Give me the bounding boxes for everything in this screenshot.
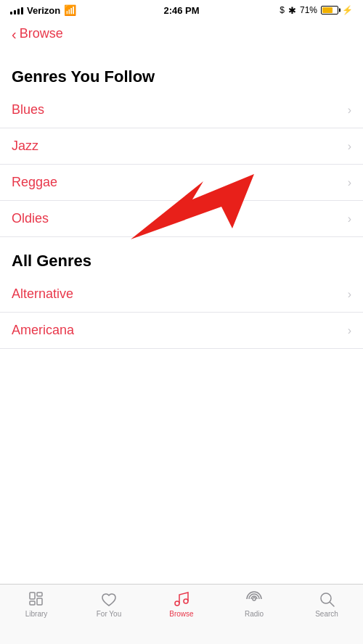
chevron-right-icon: › bbox=[348, 324, 351, 337]
all-genres-header: All Genres bbox=[0, 237, 363, 276]
svg-rect-3 bbox=[37, 593, 42, 596]
genres-you-follow-header: Genres You Follow bbox=[0, 50, 363, 92]
carrier-label: Verizon bbox=[27, 5, 60, 16]
tab-for-you[interactable]: For You bbox=[73, 590, 145, 618]
tab-search[interactable]: Search bbox=[290, 590, 363, 618]
tab-library-label: Library bbox=[25, 610, 48, 618]
for-you-icon bbox=[100, 590, 118, 608]
chevron-right-icon: › bbox=[348, 212, 351, 226]
list-item[interactable]: Reggae › bbox=[0, 165, 363, 201]
svg-point-7 bbox=[184, 599, 188, 603]
status-right: $ ✱ 71% ⚡ bbox=[280, 5, 353, 16]
genres-you-follow-list: Blues › Jazz › Reggae › Oldies › bbox=[0, 92, 363, 237]
all-genres-list: Alternative › Americana › bbox=[0, 276, 363, 349]
genre-label: Oldies bbox=[12, 211, 49, 226]
tab-library[interactable]: Library bbox=[0, 590, 73, 618]
genre-label: Reggae bbox=[12, 175, 57, 190]
svg-point-9 bbox=[321, 593, 331, 603]
svg-line-10 bbox=[330, 603, 335, 607]
signal-icon bbox=[10, 6, 23, 15]
bluetooth-icon: ✱ bbox=[288, 5, 296, 16]
svg-rect-5 bbox=[37, 598, 42, 605]
genre-label: Americana bbox=[12, 323, 74, 338]
chevron-right-icon: › bbox=[348, 176, 351, 189]
back-button[interactable]: ‹ Browse bbox=[12, 26, 351, 41]
svg-point-8 bbox=[253, 598, 256, 600]
list-item[interactable]: Americana › bbox=[0, 313, 363, 349]
battery-icon bbox=[321, 6, 338, 15]
genre-label: Alternative bbox=[12, 286, 73, 302]
tab-radio[interactable]: Radio bbox=[218, 590, 290, 618]
status-left: Verizon 📶 bbox=[10, 4, 76, 16]
battery-percent: 71% bbox=[300, 5, 317, 15]
charging-icon: ⚡ bbox=[342, 5, 353, 15]
tab-browse[interactable]: Browse bbox=[145, 590, 218, 618]
genre-label: Jazz bbox=[12, 139, 38, 154]
tab-browse-label: Browse bbox=[169, 610, 193, 618]
status-time: 2:46 PM bbox=[163, 5, 199, 16]
tab-for-you-label: For You bbox=[97, 610, 121, 618]
browse-icon bbox=[173, 590, 190, 608]
search-icon bbox=[318, 590, 335, 608]
library-icon bbox=[28, 590, 45, 608]
chevron-right-icon: › bbox=[348, 140, 351, 153]
genre-label: Blues bbox=[12, 102, 44, 117]
location-icon: $ bbox=[280, 5, 285, 15]
svg-point-6 bbox=[175, 601, 179, 606]
chevron-right-icon: › bbox=[348, 104, 351, 117]
chevron-right-icon: › bbox=[348, 288, 351, 301]
back-chevron-icon: ‹ bbox=[12, 27, 17, 41]
list-item[interactable]: Alternative › bbox=[0, 276, 363, 313]
svg-rect-2 bbox=[30, 593, 35, 599]
back-label: Browse bbox=[20, 26, 63, 41]
status-bar: Verizon 📶 2:46 PM $ ✱ 71% ⚡ bbox=[0, 0, 363, 20]
svg-rect-4 bbox=[30, 601, 35, 605]
list-item[interactable]: Blues › bbox=[0, 92, 363, 128]
radio-icon bbox=[245, 590, 263, 608]
tab-radio-label: Radio bbox=[245, 610, 264, 618]
tab-search-label: Search bbox=[315, 610, 338, 618]
tab-bar: Library For You Browse Radio Searc bbox=[0, 584, 363, 644]
list-item[interactable]: Oldies › bbox=[0, 201, 363, 237]
nav-header: ‹ Browse bbox=[0, 20, 363, 50]
wifi-icon: 📶 bbox=[64, 4, 76, 16]
list-item[interactable]: Jazz › bbox=[0, 128, 363, 165]
main-content: Genres You Follow Blues › Jazz › Reggae … bbox=[0, 50, 363, 349]
